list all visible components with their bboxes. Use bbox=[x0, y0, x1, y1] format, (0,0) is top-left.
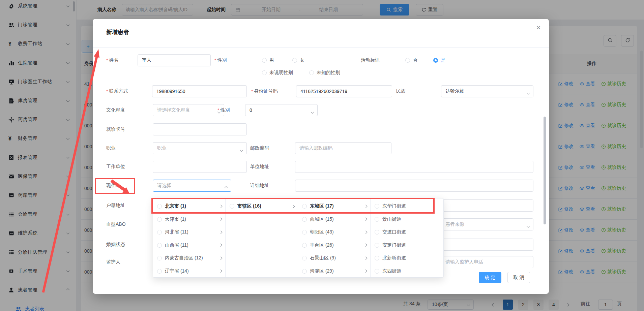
gender-radio-unstated[interactable]: 未说明性别 bbox=[262, 67, 293, 79]
radio-icon bbox=[309, 70, 314, 75]
guardian-phone-input[interactable]: 请输入监护人电话 bbox=[441, 256, 533, 268]
cascader-option[interactable]: 丰台区 (26) bbox=[298, 239, 370, 252]
cascader-option[interactable]: 东城区 (17) bbox=[298, 200, 370, 213]
current-address-cascader[interactable]: 请选择 bbox=[153, 180, 231, 192]
radio-icon[interactable] bbox=[302, 204, 307, 209]
cascader-option[interactable]: 北京市 (1) bbox=[153, 200, 225, 213]
radio-icon[interactable] bbox=[157, 217, 162, 222]
occupation-label: 职业 bbox=[106, 145, 116, 151]
marital-status-label: 婚姻状态 bbox=[106, 242, 125, 248]
chevron-up-icon bbox=[225, 186, 228, 190]
active-flag-radio-yes[interactable]: 是 bbox=[433, 54, 445, 66]
cascader-option[interactable]: 辽宁省 (14) bbox=[153, 265, 225, 278]
cascader-option[interactable]: 朝阳区 (43) bbox=[298, 226, 370, 239]
chevron-right-icon bbox=[292, 205, 295, 208]
cascader-column: 北京市 (1) 天津市 (1) 河北省 (11) 山西省 (11) 内蒙古自治区… bbox=[153, 198, 226, 277]
education-label: 文化程度 bbox=[106, 107, 125, 113]
cascader-option[interactable]: 北新桥街道 bbox=[371, 252, 443, 265]
radio-checked-icon bbox=[433, 58, 438, 63]
radio-icon[interactable] bbox=[302, 256, 307, 260]
active-flag-label: 活动标识 bbox=[361, 57, 380, 63]
radio-icon[interactable] bbox=[230, 204, 234, 209]
postal-code-label: 邮政编码 bbox=[250, 145, 269, 151]
cascader-option[interactable]: 海淀区 (29) bbox=[298, 265, 370, 278]
employer-address-input[interactable] bbox=[295, 161, 533, 173]
chevron-right-icon bbox=[219, 218, 223, 221]
cascader-option[interactable]: 内蒙古自治区 (12) bbox=[153, 252, 225, 265]
patient-source-select[interactable]: 患者来源 bbox=[441, 218, 533, 230]
name-input[interactable]: 牢大 bbox=[138, 54, 211, 66]
gender-radio-unknown[interactable]: 未知的性别 bbox=[309, 67, 340, 79]
modal-title: 新增患者 bbox=[106, 28, 129, 36]
chevron-down-icon bbox=[527, 224, 530, 228]
education-select[interactable]: 请选择文化程度 bbox=[153, 104, 224, 116]
radio-icon bbox=[262, 58, 267, 63]
occupation-select[interactable]: 职业 bbox=[153, 142, 247, 154]
cancel-button[interactable]: 取 消 bbox=[507, 272, 530, 283]
current-address-label: 现住址 bbox=[106, 183, 120, 189]
chevron-down-icon bbox=[527, 91, 530, 95]
chevron-right-icon bbox=[364, 270, 368, 273]
radio-icon bbox=[292, 58, 297, 63]
cascader-option[interactable]: 西城区 (15) bbox=[298, 213, 370, 226]
cascader-option[interactable]: 天津市 (1) bbox=[153, 213, 225, 226]
contact-input[interactable]: 19880991650 bbox=[152, 85, 247, 97]
id-number-input[interactable]: 411625192602039719 bbox=[296, 85, 392, 97]
cascader-option[interactable]: 交道口街道 bbox=[371, 226, 443, 239]
radio-icon[interactable] bbox=[157, 243, 162, 248]
registered-address-label: 户籍地址 bbox=[106, 203, 125, 209]
radio-icon[interactable] bbox=[302, 243, 307, 248]
chevron-right-icon bbox=[219, 256, 223, 260]
detail-address-input[interactable] bbox=[295, 180, 533, 192]
radio-icon[interactable] bbox=[375, 204, 379, 209]
chevron-down-icon bbox=[240, 148, 243, 152]
radio-icon[interactable] bbox=[302, 230, 307, 235]
card-no-input[interactable] bbox=[153, 123, 247, 135]
postal-code-input[interactable]: 请输入邮政编码 bbox=[295, 142, 391, 154]
radio-icon[interactable] bbox=[375, 269, 379, 274]
radio-icon[interactable] bbox=[302, 217, 307, 222]
radio-icon[interactable] bbox=[157, 269, 162, 274]
cascader-option[interactable]: 市辖区 (16) bbox=[226, 200, 298, 213]
patient-management-screen: 系统管理 门诊管理 ¥ 收费工作站 住院管理 门诊医生工作站 库房管理 药房管理… bbox=[0, 0, 644, 311]
cascader-option[interactable]: 石景山区 (9) bbox=[298, 252, 370, 265]
modal-scrollbar[interactable] bbox=[544, 117, 546, 224]
cascader-option[interactable]: 东华门街道 bbox=[371, 200, 443, 213]
radio-icon[interactable] bbox=[157, 256, 162, 260]
registered-address-right-input[interactable] bbox=[441, 199, 533, 212]
radio-icon[interactable] bbox=[375, 217, 379, 222]
radio-icon[interactable] bbox=[302, 269, 307, 274]
marital-status-right-input[interactable] bbox=[441, 239, 533, 251]
card-no-label: 就诊卡号 bbox=[106, 126, 125, 132]
chevron-right-icon bbox=[364, 230, 368, 234]
gender-radio-male[interactable]: 男 bbox=[262, 54, 274, 66]
chevron-down-icon bbox=[311, 110, 314, 114]
chevron-right-icon bbox=[219, 244, 223, 247]
cascader-column: 东华门街道 景山街道 交道口街道 安定门街道 北新桥街道 东四街道 bbox=[371, 198, 443, 277]
chevron-right-icon bbox=[364, 256, 368, 260]
radio-icon[interactable] bbox=[375, 243, 379, 248]
chevron-right-icon bbox=[219, 205, 223, 208]
radio-icon[interactable] bbox=[157, 230, 162, 235]
confirm-button[interactable]: 确 定 bbox=[479, 272, 501, 283]
ethnicity-label: 民族 bbox=[396, 88, 406, 94]
cascader-option[interactable]: 山西省 (11) bbox=[153, 239, 225, 252]
radio-icon[interactable] bbox=[157, 204, 162, 209]
gender-code-select[interactable]: 0 bbox=[245, 104, 318, 116]
cascader-column: 东城区 (17) 西城区 (15) 朝阳区 (43) 丰台区 (26) 石景山区… bbox=[298, 198, 371, 277]
cascader-column: 市辖区 (16) bbox=[226, 198, 298, 277]
close-icon[interactable]: × bbox=[536, 24, 541, 32]
chevron-right-icon bbox=[364, 218, 368, 221]
cascader-option[interactable]: 景山街道 bbox=[371, 213, 443, 226]
cascader-option[interactable]: 河北省 (11) bbox=[153, 226, 225, 239]
radio-icon[interactable] bbox=[375, 256, 379, 260]
cascader-option[interactable]: 东四街道 bbox=[371, 265, 443, 278]
employer-input[interactable] bbox=[153, 161, 247, 173]
blood-type-label: 血型ABO bbox=[106, 221, 126, 227]
radio-icon[interactable] bbox=[375, 230, 379, 235]
cascader-option[interactable]: 安定门街道 bbox=[371, 239, 443, 252]
gender-radio-female[interactable]: 女 bbox=[292, 54, 304, 66]
active-flag-radio-no[interactable]: 否 bbox=[405, 54, 417, 66]
cascader-panel: 北京市 (1) 天津市 (1) 河北省 (11) 山西省 (11) 内蒙古自治区… bbox=[153, 198, 444, 278]
ethnicity-select[interactable]: 达斡尔族 bbox=[441, 85, 533, 97]
